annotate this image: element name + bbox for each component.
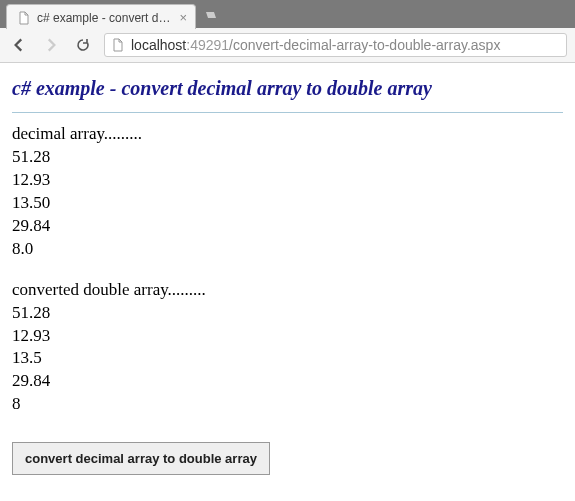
list-item: 13.50 [12,192,563,215]
url-host: localhost [131,37,186,53]
list-item: 12.93 [12,169,563,192]
convert-button[interactable]: convert decimal array to double array [12,442,270,475]
list-item: 29.84 [12,370,563,393]
forward-button[interactable] [40,34,62,56]
list-item: 8.0 [12,238,563,261]
url-port: :49291 [186,37,229,53]
decimal-values-list: 51.2812.9313.5029.848.0 [12,146,563,261]
toolbar: localhost:49291/convert-decimal-array-to… [0,28,575,62]
new-tab-button[interactable] [196,3,224,28]
double-values-list: 51.2812.9313.529.848 [12,302,563,417]
tab-title: c# example - convert deci [37,11,173,25]
output-area: decimal array......... 51.2812.9313.5029… [12,123,563,416]
browser-chrome: c# example - convert deci × localhost:49… [0,0,575,63]
page-icon [111,38,125,52]
list-item: 51.28 [12,146,563,169]
browser-tab[interactable]: c# example - convert deci × [6,4,196,29]
reload-button[interactable] [72,34,94,56]
list-item: 12.93 [12,325,563,348]
address-bar[interactable]: localhost:49291/convert-decimal-array-to… [104,33,567,57]
list-item: 51.28 [12,302,563,325]
divider [12,112,563,113]
decimal-array-label: decimal array......... [12,123,563,146]
page-icon [17,11,31,25]
url-text: localhost:49291/convert-decimal-array-to… [131,37,500,53]
back-button[interactable] [8,34,30,56]
list-item: 29.84 [12,215,563,238]
list-item: 8 [12,393,563,416]
tab-bar: c# example - convert deci × [0,0,575,28]
list-item: 13.5 [12,347,563,370]
url-path: /convert-decimal-array-to-double-array.a… [229,37,500,53]
double-array-label: converted double array......... [12,279,563,302]
page-content: c# example - convert decimal array to do… [0,63,575,489]
page-title: c# example - convert decimal array to do… [12,77,563,100]
close-icon[interactable]: × [179,10,187,25]
